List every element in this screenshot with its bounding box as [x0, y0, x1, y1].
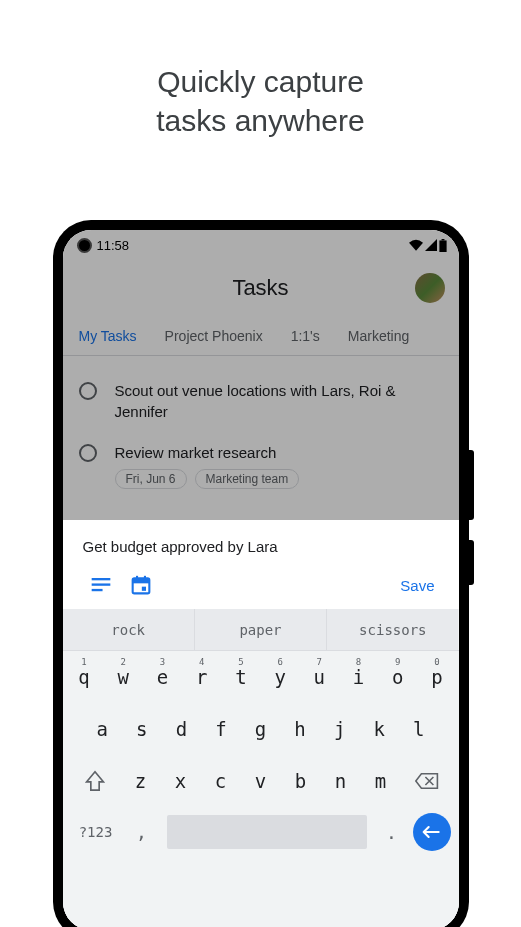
svg-rect-8	[143, 576, 145, 580]
task-text: Scout out venue locations with Lars, Roi…	[115, 380, 443, 422]
save-button[interactable]: Save	[400, 577, 440, 594]
app-header: Tasks	[63, 260, 459, 316]
period-key[interactable]: .	[377, 813, 407, 851]
key-e[interactable]: 3e	[145, 657, 180, 697]
promo-headline: Quickly capture tasks anywhere	[0, 0, 521, 140]
key-h[interactable]: h	[282, 709, 318, 749]
key-row-1: 1q 2w 3e 4r 5t 6y 7u 8i 9o 0p	[63, 651, 459, 703]
key-r[interactable]: 4r	[184, 657, 219, 697]
enter-icon	[422, 825, 442, 839]
key-p[interactable]: 0p	[419, 657, 454, 697]
key-o[interactable]: 9o	[380, 657, 415, 697]
headline-line2: tasks anywhere	[0, 101, 521, 140]
key-row-2: a s d f g h j k l	[63, 703, 459, 755]
phone-side-button	[469, 450, 474, 520]
key-n[interactable]: n	[323, 761, 359, 801]
battery-icon	[439, 239, 447, 252]
backspace-icon	[415, 772, 439, 790]
key-u[interactable]: 7u	[302, 657, 337, 697]
keyboard: rock paper scissors 1q 2w 3e 4r 5t 6y 7u…	[63, 609, 459, 927]
svg-rect-6	[132, 578, 149, 583]
tab-my-tasks[interactable]: My Tasks	[79, 328, 137, 344]
clock: 11:58	[97, 238, 130, 253]
svg-rect-1	[441, 239, 444, 240]
calendar-icon[interactable]	[121, 575, 161, 595]
wifi-icon	[409, 239, 423, 251]
key-d[interactable]: d	[164, 709, 200, 749]
phone-frame: 11:58 Tasks My Tasks Project Phoenix 1:1…	[53, 220, 469, 927]
key-l[interactable]: l	[401, 709, 437, 749]
symbols-key[interactable]: ?123	[71, 813, 121, 851]
key-k[interactable]: k	[361, 709, 397, 749]
svg-rect-3	[91, 583, 110, 585]
key-b[interactable]: b	[283, 761, 319, 801]
key-i[interactable]: 8i	[341, 657, 376, 697]
tab-project-phoenix[interactable]: Project Phoenix	[165, 328, 263, 344]
headline-line1: Quickly capture	[0, 62, 521, 101]
signal-icon	[425, 239, 437, 251]
svg-rect-9	[141, 587, 145, 591]
svg-rect-0	[439, 240, 446, 252]
details-icon[interactable]	[81, 578, 121, 592]
key-t[interactable]: 5t	[223, 657, 258, 697]
enter-key[interactable]	[413, 813, 451, 851]
shift-key[interactable]	[71, 761, 119, 801]
suggestion-bar: rock paper scissors	[63, 609, 459, 651]
status-icons	[409, 239, 447, 252]
suggestion[interactable]: paper	[194, 609, 326, 650]
key-a[interactable]: a	[84, 709, 120, 749]
key-m[interactable]: m	[363, 761, 399, 801]
task-list: Scout out venue locations with Lars, Roi…	[63, 356, 459, 513]
svg-rect-7	[136, 576, 138, 580]
status-bar: 11:58	[63, 230, 459, 260]
key-v[interactable]: v	[243, 761, 279, 801]
comma-key[interactable]: ,	[127, 813, 157, 851]
task-row[interactable]: Review market research Fri, Jun 6 Market…	[79, 432, 443, 499]
task-checkbox[interactable]	[79, 444, 97, 462]
app-title: Tasks	[232, 275, 288, 301]
key-f[interactable]: f	[203, 709, 239, 749]
tab-marketing[interactable]: Marketing	[348, 328, 409, 344]
key-y[interactable]: 6y	[263, 657, 298, 697]
backspace-key[interactable]	[403, 761, 451, 801]
new-task-input[interactable]: Get budget approved by Lara	[63, 520, 459, 567]
camera-hole	[77, 238, 92, 253]
space-key[interactable]	[167, 815, 367, 849]
task-row[interactable]: Scout out venue locations with Lars, Roi…	[79, 370, 443, 432]
task-date-chip[interactable]: Fri, Jun 6	[115, 469, 187, 489]
phone-side-button-2	[469, 540, 474, 585]
task-tag-chip[interactable]: Marketing team	[195, 469, 300, 489]
tab-one-on-ones[interactable]: 1:1's	[291, 328, 320, 344]
shift-icon	[85, 770, 105, 792]
svg-rect-4	[91, 589, 102, 591]
suggestion[interactable]: rock	[63, 609, 194, 650]
tab-bar: My Tasks Project Phoenix 1:1's Marketing	[63, 316, 459, 356]
key-row-4: ?123 , .	[63, 807, 459, 861]
key-s[interactable]: s	[124, 709, 160, 749]
key-q[interactable]: 1q	[66, 657, 101, 697]
suggestion[interactable]: scissors	[326, 609, 458, 650]
key-z[interactable]: z	[123, 761, 159, 801]
svg-rect-2	[91, 578, 110, 580]
phone-screen: 11:58 Tasks My Tasks Project Phoenix 1:1…	[63, 230, 459, 927]
avatar[interactable]	[415, 273, 445, 303]
task-checkbox[interactable]	[79, 382, 97, 400]
new-task-sheet: Get budget approved by Lara Save rock pa…	[63, 520, 459, 927]
key-row-3: z x c v b n m	[63, 755, 459, 807]
key-x[interactable]: x	[163, 761, 199, 801]
key-w[interactable]: 2w	[106, 657, 141, 697]
key-c[interactable]: c	[203, 761, 239, 801]
task-text: Review market research	[115, 442, 300, 463]
key-g[interactable]: g	[243, 709, 279, 749]
key-j[interactable]: j	[322, 709, 358, 749]
